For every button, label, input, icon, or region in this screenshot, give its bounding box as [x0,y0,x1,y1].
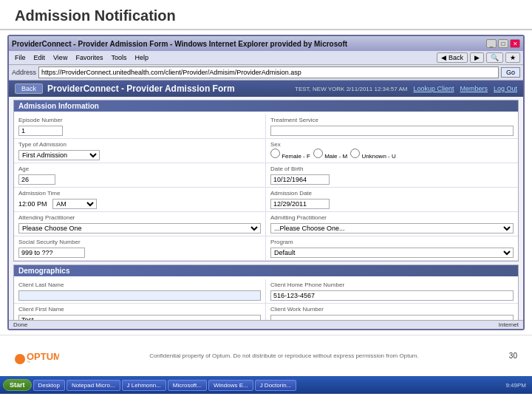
sex-male-label[interactable]: Male - M [313,149,347,160]
sex-female-label[interactable]: Female - F [270,149,310,160]
footer-copyright: Confidential property of Optum. Do not d… [149,352,419,359]
first-name-label: Client First Name [18,306,261,313]
back-toolbar-button[interactable]: ◀ Back [437,52,468,63]
svg-rect-0 [15,354,25,364]
taskbar-time: 9:49PM [505,382,529,389]
treatment-service-label: Treatment Service [270,117,514,123]
ssn-cell: Social Security Number [14,236,266,261]
sex-radio-group: Female - F Male - M Unknown - U [270,149,514,160]
episode-number-input[interactable] [18,126,63,136]
program-cell: Program Default [266,236,518,261]
view-menu[interactable]: View [50,54,70,61]
app-header: Back ProviderConnect - Provider Admissio… [9,81,523,97]
sex-male-radio[interactable] [313,149,323,158]
maximize-button[interactable]: □ [498,39,508,48]
sex-unknown-label[interactable]: Unknown - U [350,149,395,160]
home-phone-cell: Client Home Phone Number [266,279,518,304]
type-admission-label: Type of Admission [18,141,261,148]
admitting-cell: Admitting Practitioner ...Please Choose … [266,212,518,236]
members-link[interactable]: Members [460,85,488,92]
taskbar-item-3[interactable]: J Lehmonn... [122,380,166,391]
user-info: TEST, NEW YORK 2/11/2011 12:34:57 AM [295,86,407,92]
help-menu[interactable]: Help [132,54,151,61]
sex-female-radio[interactable] [270,149,280,158]
home-phone-label: Client Home Phone Number [270,282,514,288]
svg-text:OPTUM: OPTUM [27,351,59,362]
home-phone-input[interactable] [270,290,514,301]
lookup-client-link[interactable]: Lookup Client [413,85,454,92]
admission-date-label: Admission Date [270,190,514,197]
first-name-input[interactable] [18,315,261,320]
ssn-input[interactable] [18,248,85,258]
age-label: Age [18,166,261,172]
program-select[interactable]: Default [270,248,514,258]
admitting-label: Admitting Practitioner [270,214,514,221]
logout-link[interactable]: Log Out [494,85,517,92]
dob-label: Date of Birth [270,166,514,172]
svg-text:™: ™ [27,360,30,364]
ssn-label: Social Security Number [18,239,261,245]
admission-ampm-select[interactable]: AMPM [52,199,97,209]
first-name-cell: Client First Name [14,304,266,320]
favorites-toolbar-button[interactable]: ★ [505,52,520,63]
age-input[interactable] [18,174,55,185]
browser-title-text: ProviderConnect - Provider Admission For… [12,40,347,48]
type-admission-cell: Type of Admission First Admission [14,139,266,163]
forward-toolbar-button[interactable]: ▶ [470,52,484,63]
type-admission-select[interactable]: First Admission [18,150,100,160]
app-title: ProviderConnect - Provider Admission For… [47,83,235,94]
episode-number-label: Episode Number [18,117,261,123]
attending-cell: Attending Practitioner Please Choose One [14,212,266,236]
demographics-grid: Client Last Name Client Home Phone Numbe… [14,279,518,320]
attending-select[interactable]: Please Choose One [18,223,261,233]
admission-form-grid: Episode Number Treatment Service Type of… [14,115,518,261]
admission-time-value: 12:00 PM [18,200,47,208]
address-input[interactable] [38,66,499,78]
close-button[interactable]: ✕ [510,39,520,48]
work-phone-input[interactable] [270,315,514,320]
status-text: Done [13,321,27,328]
minimize-button[interactable]: _ [486,39,497,48]
treatment-service-cell: Treatment Service [266,115,518,139]
browser-content: Back ProviderConnect - Provider Admissio… [9,81,523,329]
admitting-select[interactable]: ...Please Choose One... [270,223,514,233]
last-name-label: Client Last Name [18,282,261,288]
taskbar-item-2[interactable]: Notepad Micro... [66,380,120,391]
address-bar-row: Address Go [9,65,523,81]
taskbar-item-6[interactable]: J Doctorin... [255,380,297,391]
browser-controls: _ □ ✕ [486,39,520,48]
app-header-left: Back ProviderConnect - Provider Admissio… [15,83,235,94]
optum-logo-svg: OPTUM ™ [15,348,59,364]
admission-time-cell: Admission Time 12:00 PM AMPM [14,188,266,212]
last-name-input[interactable] [18,290,261,301]
taskbar-item-1[interactable]: Desktop [33,380,65,391]
go-button[interactable]: Go [501,67,520,78]
search-toolbar-button[interactable]: 🔍 [486,52,503,63]
sex-label: Sex [270,141,514,148]
file-menu[interactable]: File [12,54,29,61]
zone-text: Internet [499,321,519,328]
sex-unknown-radio[interactable] [350,149,360,158]
tools-menu[interactable]: Tools [108,54,129,61]
footer-page-number: 30 [509,352,517,360]
admission-section: Admission Information Episode Number Tre… [13,100,519,262]
browser-titlebar: ProviderConnect - Provider Admission For… [9,36,523,51]
dob-cell: Date of Birth [266,163,518,188]
form-area: Admission Information Episode Number Tre… [9,97,523,320]
app-header-right: TEST, NEW YORK 2/11/2011 12:34:57 AM Loo… [295,85,517,92]
taskbar-item-5[interactable]: Windows E... [208,380,253,391]
address-label: Address [12,69,36,76]
work-phone-cell: Client Work Number [266,304,518,320]
taskbar-item-4[interactable]: Microsoft... [168,380,207,391]
treatment-service-input[interactable] [270,126,514,136]
edit-menu[interactable]: Edit [31,54,49,61]
favorites-menu[interactable]: Favorites [72,54,106,61]
taskbar: Start Desktop Notepad Micro... J Lehmonn… [0,376,532,394]
demographics-section-header: Demographics [14,265,518,276]
episode-number-cell: Episode Number [14,115,266,139]
start-button[interactable]: Start [3,379,32,391]
admission-date-input[interactable] [270,199,330,209]
app-back-button[interactable]: Back [15,83,43,94]
browser-toolbar: File Edit View Favorites Tools Help ◀ Ba… [9,51,523,65]
dob-input[interactable] [270,174,330,185]
